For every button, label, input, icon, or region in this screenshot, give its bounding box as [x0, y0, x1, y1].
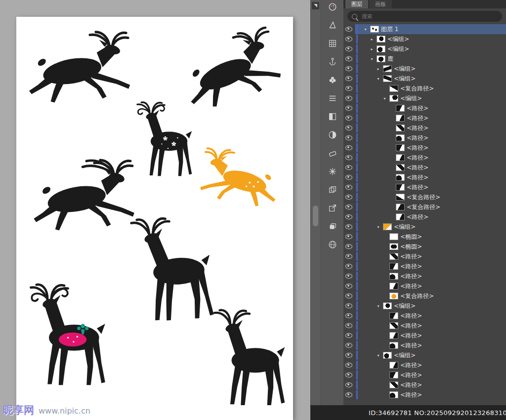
layer-row[interactable]: ▸<编组> — [343, 44, 506, 54]
layers-copy-icon[interactable] — [327, 221, 338, 232]
export-icon[interactable] — [327, 203, 338, 213]
visibility-toggle[interactable] — [343, 212, 355, 222]
visibility-toggle[interactable] — [343, 143, 355, 153]
layer-row[interactable]: <路径> — [343, 331, 506, 340]
visibility-toggle[interactable] — [343, 133, 355, 143]
visibility-toggle[interactable] — [343, 390, 355, 400]
vertical-scrollbar[interactable] — [310, 0, 321, 420]
visibility-toggle[interactable] — [343, 24, 355, 34]
layer-row[interactable]: ▾<编组> — [343, 74, 506, 84]
expand-arrow[interactable]: ▾ — [376, 77, 381, 81]
visibility-toggle[interactable] — [343, 74, 355, 84]
gradient-icon[interactable] — [327, 111, 338, 122]
visibility-toggle[interactable] — [343, 380, 355, 390]
layer-row[interactable]: <复合路径> — [343, 291, 506, 301]
layer-row[interactable]: ▸<编组> — [343, 34, 506, 44]
scroll-corner-button[interactable] — [312, 2, 319, 9]
contrast-icon[interactable] — [327, 129, 338, 140]
visibility-toggle[interactable] — [343, 123, 355, 133]
visibility-toggle[interactable] — [343, 64, 355, 74]
tab-layers[interactable]: 图层 — [345, 0, 368, 8]
layer-row[interactable]: <路径> — [343, 281, 506, 291]
scrollbar-thumb[interactable] — [313, 206, 318, 226]
visibility-toggle[interactable] — [343, 271, 355, 281]
eraser-icon[interactable] — [327, 148, 338, 159]
palette-icon[interactable] — [327, 1, 338, 12]
layer-row[interactable]: <路径> — [343, 311, 506, 321]
expand-arrow[interactable]: ▾ — [376, 304, 381, 308]
visibility-toggle[interactable] — [343, 340, 355, 350]
visibility-toggle[interactable] — [343, 242, 355, 252]
visibility-toggle[interactable] — [343, 93, 355, 103]
expand-arrow[interactable]: ▾ — [363, 27, 368, 32]
layer-row[interactable]: <复合路径> — [343, 192, 506, 202]
visibility-toggle[interactable] — [343, 261, 355, 271]
expand-arrow[interactable]: ▸ — [369, 47, 375, 51]
layer-row[interactable]: <路径> — [343, 153, 506, 163]
expand-arrow[interactable]: ▾ — [369, 57, 375, 61]
club-icon[interactable] — [327, 75, 338, 85]
visibility-toggle[interactable] — [343, 34, 355, 44]
expand-arrow[interactable]: ▾ — [382, 96, 387, 101]
visibility-toggle[interactable] — [343, 281, 355, 291]
tab-artboards[interactable]: 画板 — [369, 0, 392, 8]
visibility-toggle[interactable] — [343, 192, 355, 202]
visibility-toggle[interactable] — [343, 153, 355, 163]
layer-row[interactable]: <路径> — [343, 252, 506, 261]
visibility-toggle[interactable] — [343, 232, 355, 242]
layer-row[interactable]: <路径> — [343, 123, 506, 133]
menu-icon[interactable] — [327, 93, 338, 104]
grid-icon[interactable] — [327, 38, 338, 49]
layer-row[interactable]: <路径> — [343, 271, 506, 281]
visibility-toggle[interactable] — [343, 54, 355, 64]
layer-row[interactable]: ▾<编组> — [343, 301, 506, 311]
layer-row[interactable]: <路径> — [343, 360, 506, 370]
leaping-deer-top-left[interactable] — [27, 30, 140, 114]
layer-row[interactable]: <路径> — [343, 261, 506, 271]
anchor-icon[interactable] — [327, 56, 338, 67]
sphere-icon[interactable] — [327, 239, 338, 250]
visibility-toggle[interactable] — [343, 350, 355, 360]
visibility-toggle[interactable] — [343, 370, 355, 380]
layer-row[interactable]: ▸<编组> — [343, 64, 506, 74]
visibility-toggle[interactable] — [343, 301, 355, 311]
visibility-toggle[interactable] — [343, 44, 355, 54]
layer-row[interactable]: <复合路径> — [343, 84, 506, 93]
search-box[interactable] — [347, 11, 502, 22]
expand-arrow[interactable]: ▸ — [369, 37, 375, 42]
visibility-toggle[interactable] — [343, 222, 355, 232]
visibility-toggle[interactable] — [343, 84, 355, 93]
layer-row[interactable]: <路径> — [343, 143, 506, 153]
layer-row[interactable]: <路径> — [343, 340, 506, 350]
layer-row[interactable]: ▾<编组> — [343, 93, 506, 103]
visibility-toggle[interactable] — [343, 172, 355, 182]
standing-deer-bottom-right[interactable] — [210, 301, 298, 418]
layer-row[interactable]: <路径> — [343, 370, 506, 380]
layer-row[interactable]: <路径> — [343, 172, 506, 182]
expand-arrow[interactable]: ▾ — [376, 353, 381, 358]
overlap-squares-icon[interactable] — [327, 184, 338, 195]
layer-row[interactable]: ▾<编组> — [343, 350, 506, 360]
layer-row[interactable]: <椭圆> — [343, 232, 506, 242]
layer-row[interactable]: <路径> — [343, 113, 506, 123]
visibility-toggle[interactable] — [343, 331, 355, 340]
visibility-toggle[interactable] — [343, 103, 355, 113]
visibility-toggle[interactable] — [343, 113, 355, 123]
layer-row[interactable]: <路径> — [343, 390, 506, 400]
visibility-toggle[interactable] — [343, 311, 355, 321]
layer-row[interactable]: <路径> — [343, 212, 506, 222]
visibility-toggle[interactable] — [343, 360, 355, 370]
layer-row[interactable]: <椭圆> — [343, 242, 506, 252]
expand-arrow[interactable]: ▾ — [376, 225, 381, 229]
sail-icon[interactable] — [327, 20, 338, 31]
expand-arrow[interactable]: ▸ — [376, 67, 381, 71]
visibility-toggle[interactable] — [343, 202, 355, 212]
layer-row[interactable]: ▾鹿 — [343, 54, 506, 64]
layer-row[interactable]: <路径> — [343, 182, 506, 192]
ornate-deer-bottom-left[interactable] — [26, 266, 119, 407]
layer-row[interactable]: ▾图层 1 — [343, 24, 506, 34]
layer-row[interactable]: <路径> — [343, 321, 506, 331]
layer-row[interactable]: <路径> — [343, 133, 506, 143]
visibility-toggle[interactable] — [343, 163, 355, 172]
layer-row[interactable]: <路径> — [343, 163, 506, 172]
